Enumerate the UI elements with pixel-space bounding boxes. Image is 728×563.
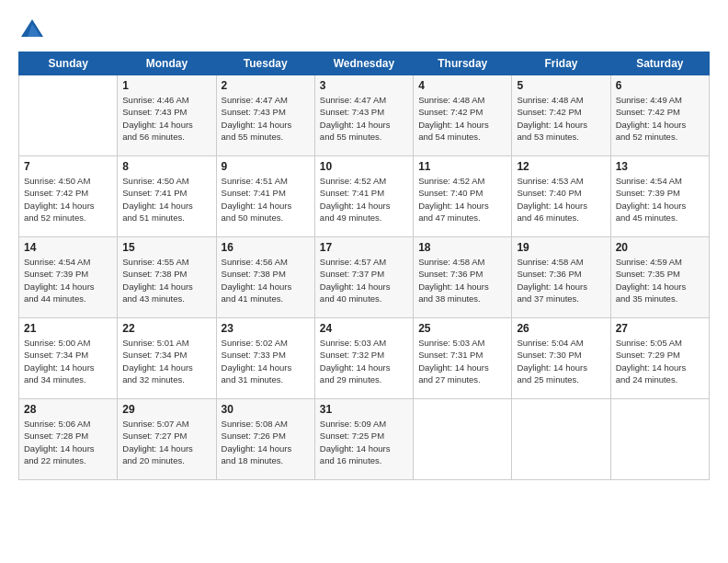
weekday-header-friday: Friday — [512, 52, 610, 75]
weekday-header-row: SundayMondayTuesdayWednesdayThursdayFrid… — [19, 52, 710, 75]
calendar-cell: 13Sunrise: 4:54 AM Sunset: 7:39 PM Dayli… — [610, 156, 709, 237]
calendar-table: SundayMondayTuesdayWednesdayThursdayFrid… — [18, 52, 710, 480]
day-number: 5 — [517, 79, 605, 92]
calendar-week-2: 7Sunrise: 4:50 AM Sunset: 7:42 PM Daylig… — [19, 156, 710, 237]
calendar-cell: 31Sunrise: 5:09 AM Sunset: 7:25 PM Dayli… — [314, 399, 413, 480]
day-number: 3 — [320, 79, 408, 92]
calendar-cell: 2Sunrise: 4:47 AM Sunset: 7:43 PM Daylig… — [216, 75, 314, 156]
logo-icon — [18, 17, 46, 44]
day-number: 30 — [222, 403, 310, 416]
day-number: 17 — [320, 241, 408, 254]
header — [18, 17, 710, 44]
weekday-header-thursday: Thursday — [414, 52, 512, 75]
cell-content: Sunrise: 4:48 AM Sunset: 7:42 PM Dayligh… — [418, 94, 506, 143]
day-number: 14 — [24, 241, 112, 254]
day-number: 28 — [24, 403, 112, 416]
day-number: 15 — [122, 241, 210, 254]
day-number: 7 — [24, 160, 112, 173]
calendar-cell: 10Sunrise: 4:52 AM Sunset: 7:41 PM Dayli… — [314, 156, 413, 237]
day-number: 16 — [222, 241, 310, 254]
calendar-cell: 4Sunrise: 4:48 AM Sunset: 7:42 PM Daylig… — [414, 75, 512, 156]
calendar-cell: 27Sunrise: 5:05 AM Sunset: 7:29 PM Dayli… — [610, 318, 709, 399]
day-number: 10 — [320, 160, 408, 173]
cell-content: Sunrise: 4:57 AM Sunset: 7:37 PM Dayligh… — [320, 256, 408, 304]
calendar-cell: 6Sunrise: 4:49 AM Sunset: 7:42 PM Daylig… — [610, 75, 709, 156]
day-number: 12 — [517, 160, 605, 173]
cell-content: Sunrise: 5:03 AM Sunset: 7:31 PM Dayligh… — [418, 337, 506, 385]
calendar-week-5: 28Sunrise: 5:06 AM Sunset: 7:28 PM Dayli… — [19, 399, 710, 480]
calendar-cell — [512, 399, 610, 480]
cell-content: Sunrise: 4:47 AM Sunset: 7:43 PM Dayligh… — [320, 94, 408, 143]
day-number: 26 — [517, 322, 605, 335]
cell-content: Sunrise: 4:50 AM Sunset: 7:41 PM Dayligh… — [122, 175, 210, 224]
day-number: 8 — [122, 160, 210, 173]
calendar-week-4: 21Sunrise: 5:00 AM Sunset: 7:34 PM Dayli… — [19, 318, 710, 399]
day-number: 6 — [616, 79, 704, 92]
cell-content: Sunrise: 4:50 AM Sunset: 7:42 PM Dayligh… — [24, 175, 112, 224]
calendar-cell: 8Sunrise: 4:50 AM Sunset: 7:41 PM Daylig… — [118, 156, 216, 237]
cell-content: Sunrise: 4:56 AM Sunset: 7:38 PM Dayligh… — [222, 256, 310, 304]
calendar-week-1: 1Sunrise: 4:46 AM Sunset: 7:43 PM Daylig… — [19, 75, 710, 156]
logo — [18, 17, 50, 44]
calendar-cell — [610, 399, 709, 480]
day-number: 2 — [222, 79, 310, 92]
day-number: 24 — [320, 322, 408, 335]
cell-content: Sunrise: 4:58 AM Sunset: 7:36 PM Dayligh… — [418, 256, 506, 304]
day-number: 4 — [418, 79, 506, 92]
day-number: 18 — [418, 241, 506, 254]
page: SundayMondayTuesdayWednesdayThursdayFrid… — [0, 0, 728, 563]
calendar-cell: 29Sunrise: 5:07 AM Sunset: 7:27 PM Dayli… — [118, 399, 216, 480]
calendar-cell: 14Sunrise: 4:54 AM Sunset: 7:39 PM Dayli… — [19, 237, 118, 318]
day-number: 11 — [418, 160, 506, 173]
cell-content: Sunrise: 4:51 AM Sunset: 7:41 PM Dayligh… — [222, 175, 310, 224]
calendar-cell: 25Sunrise: 5:03 AM Sunset: 7:31 PM Dayli… — [414, 318, 512, 399]
calendar-cell: 12Sunrise: 4:53 AM Sunset: 7:40 PM Dayli… — [512, 156, 610, 237]
day-number: 23 — [222, 322, 310, 335]
cell-content: Sunrise: 5:08 AM Sunset: 7:26 PM Dayligh… — [222, 418, 310, 466]
calendar-cell: 21Sunrise: 5:00 AM Sunset: 7:34 PM Dayli… — [19, 318, 118, 399]
calendar-cell: 28Sunrise: 5:06 AM Sunset: 7:28 PM Dayli… — [19, 399, 118, 480]
cell-content: Sunrise: 4:53 AM Sunset: 7:40 PM Dayligh… — [517, 175, 605, 224]
calendar-cell: 7Sunrise: 4:50 AM Sunset: 7:42 PM Daylig… — [19, 156, 118, 237]
calendar-cell: 1Sunrise: 4:46 AM Sunset: 7:43 PM Daylig… — [118, 75, 216, 156]
day-number: 29 — [122, 403, 210, 416]
cell-content: Sunrise: 4:54 AM Sunset: 7:39 PM Dayligh… — [616, 175, 704, 224]
cell-content: Sunrise: 5:02 AM Sunset: 7:33 PM Dayligh… — [222, 337, 310, 385]
cell-content: Sunrise: 4:54 AM Sunset: 7:39 PM Dayligh… — [24, 256, 112, 304]
calendar-cell: 5Sunrise: 4:48 AM Sunset: 7:42 PM Daylig… — [512, 75, 610, 156]
calendar-cell: 18Sunrise: 4:58 AM Sunset: 7:36 PM Dayli… — [414, 237, 512, 318]
cell-content: Sunrise: 5:06 AM Sunset: 7:28 PM Dayligh… — [24, 418, 112, 466]
calendar-cell: 26Sunrise: 5:04 AM Sunset: 7:30 PM Dayli… — [512, 318, 610, 399]
day-number: 1 — [122, 79, 210, 92]
cell-content: Sunrise: 4:49 AM Sunset: 7:42 PM Dayligh… — [616, 94, 704, 143]
calendar-cell: 23Sunrise: 5:02 AM Sunset: 7:33 PM Dayli… — [216, 318, 314, 399]
day-number: 21 — [24, 322, 112, 335]
cell-content: Sunrise: 5:04 AM Sunset: 7:30 PM Dayligh… — [517, 337, 605, 385]
cell-content: Sunrise: 5:03 AM Sunset: 7:32 PM Dayligh… — [320, 337, 408, 385]
calendar-cell: 17Sunrise: 4:57 AM Sunset: 7:37 PM Dayli… — [314, 237, 413, 318]
cell-content: Sunrise: 5:00 AM Sunset: 7:34 PM Dayligh… — [24, 337, 112, 385]
calendar-cell: 9Sunrise: 4:51 AM Sunset: 7:41 PM Daylig… — [216, 156, 314, 237]
calendar-cell — [414, 399, 512, 480]
day-number: 19 — [517, 241, 605, 254]
calendar-cell: 30Sunrise: 5:08 AM Sunset: 7:26 PM Dayli… — [216, 399, 314, 480]
calendar-cell: 20Sunrise: 4:59 AM Sunset: 7:35 PM Dayli… — [610, 237, 709, 318]
calendar-cell: 19Sunrise: 4:58 AM Sunset: 7:36 PM Dayli… — [512, 237, 610, 318]
day-number: 25 — [418, 322, 506, 335]
calendar-cell: 3Sunrise: 4:47 AM Sunset: 7:43 PM Daylig… — [314, 75, 413, 156]
cell-content: Sunrise: 4:55 AM Sunset: 7:38 PM Dayligh… — [122, 256, 210, 304]
calendar-cell: 15Sunrise: 4:55 AM Sunset: 7:38 PM Dayli… — [118, 237, 216, 318]
calendar-cell: 16Sunrise: 4:56 AM Sunset: 7:38 PM Dayli… — [216, 237, 314, 318]
cell-content: Sunrise: 4:48 AM Sunset: 7:42 PM Dayligh… — [517, 94, 605, 143]
weekday-header-wednesday: Wednesday — [314, 52, 413, 75]
calendar-cell — [19, 75, 118, 156]
weekday-header-sunday: Sunday — [19, 52, 118, 75]
cell-content: Sunrise: 5:01 AM Sunset: 7:34 PM Dayligh… — [122, 337, 210, 385]
cell-content: Sunrise: 4:58 AM Sunset: 7:36 PM Dayligh… — [517, 256, 605, 304]
day-number: 9 — [222, 160, 310, 173]
calendar-cell: 24Sunrise: 5:03 AM Sunset: 7:32 PM Dayli… — [314, 318, 413, 399]
cell-content: Sunrise: 4:59 AM Sunset: 7:35 PM Dayligh… — [616, 256, 704, 304]
day-number: 20 — [616, 241, 704, 254]
day-number: 13 — [616, 160, 704, 173]
cell-content: Sunrise: 4:52 AM Sunset: 7:41 PM Dayligh… — [320, 175, 408, 224]
